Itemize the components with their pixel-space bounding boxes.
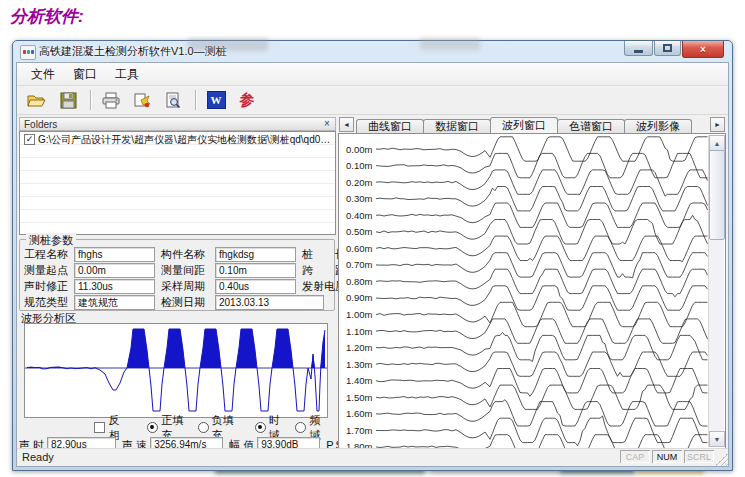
folders-list[interactable]: ✓G:\公司产品设计开发\超声仪器\超声仪实地检测数据\测桩qd\qd03\qd… [19, 131, 336, 235]
domain-radio-icon[interactable] [255, 422, 266, 433]
close-button[interactable]: × [682, 41, 724, 58]
save-floppy-icon [60, 92, 77, 109]
depth-label: 0.10m [346, 160, 372, 171]
left-pane: Folders × ✓G:\公司产品设计开发\超声仪器\超声仪实地检测数据\测桩… [19, 117, 336, 449]
scroll-up-icon[interactable]: ▲ [709, 135, 725, 151]
pile-params-grid: 工程名称fhghs构件名称fhgkdsg桩 长0.00m测量起点0.00m测量间… [24, 246, 332, 310]
wave-trace [376, 170, 708, 196]
save-button[interactable] [54, 87, 82, 113]
pile-params-row: 声时修正11.30us采样周期0.40us发射电压500V [24, 278, 332, 294]
open-file-button[interactable] [23, 87, 51, 113]
wave-trace [376, 385, 708, 409]
tab-曲线窗口[interactable]: 曲线窗口 [356, 119, 424, 133]
param-label: 测量间距 [161, 263, 215, 278]
fill-radio-icon[interactable] [147, 422, 158, 433]
param-value-field[interactable]: 2013.03.13 [215, 295, 324, 310]
folders-close-icon[interactable]: × [321, 118, 333, 130]
maximize-button[interactable] [654, 41, 681, 56]
depth-label: 0.90m [346, 292, 372, 303]
toolbar-separator [90, 90, 92, 110]
wave-train-area[interactable]: 0.00m0.10m0.20m0.30m0.40m0.50m0.60m0.70m… [338, 133, 726, 449]
param-value-field[interactable]: fhghs [74, 247, 155, 262]
param-value-field[interactable]: fhgkdsg [215, 247, 296, 262]
tab-波列窗口[interactable]: 波列窗口 [490, 117, 558, 133]
param-label: 规范类型 [24, 295, 74, 310]
pile-params-group: 测桩参数 工程名称fhghs构件名称fhgkdsg桩 长0.00m测量起点0.0… [19, 239, 335, 311]
minimize-icon [634, 50, 643, 53]
depth-label: 0.00m [346, 144, 372, 155]
app-icon [20, 45, 36, 60]
param-value-field[interactable]: 0.40us [215, 279, 296, 294]
reference-icon: 参 [240, 91, 255, 110]
tab-strip: ◄ 曲线窗口数据窗口波列窗口色谱窗口波列影像► [338, 117, 726, 133]
param-label: 工程名称 [24, 247, 74, 262]
toolbar: W 参 [17, 86, 728, 115]
tab-scroll-left-icon[interactable]: ◄ [339, 117, 354, 132]
depth-label: 0.50m [346, 226, 372, 237]
folder-list-item[interactable]: ✓G:\公司产品设计开发\超声仪器\超声仪实地检测数据\测桩qd\qd03\qd… [20, 132, 335, 146]
depth-label: 1.00m [346, 309, 372, 320]
wave-trace [376, 269, 708, 297]
depth-label: 0.80m [346, 276, 372, 287]
wave-trace [376, 286, 708, 310]
word-export-button[interactable]: W [202, 87, 230, 113]
positive-fill [27, 329, 325, 368]
depth-label: 1.70m [346, 425, 372, 436]
param-label: 声时修正 [24, 279, 74, 294]
depth-label: 1.30m [346, 359, 372, 370]
resize-grip[interactable] [715, 453, 728, 466]
param-value-field[interactable]: 0.10m [215, 263, 296, 278]
menu-item-窗口[interactable]: 窗口 [65, 64, 105, 85]
depth-label: 1.40m [346, 375, 372, 386]
tab-数据窗口[interactable]: 数据窗口 [423, 119, 491, 133]
param-value-field[interactable]: 11.30us [74, 279, 155, 294]
wave-trace [376, 153, 708, 177]
pile-params-row: 工程名称fhghs构件名称fhgkdsg桩 长0.00m [24, 246, 332, 262]
param-value-field[interactable]: 建筑规范 [74, 295, 155, 310]
maximize-icon [663, 44, 672, 52]
workspace: Folders × ✓G:\公司产品设计开发\超声仪器\超声仪实地检测数据\测桩… [17, 115, 728, 449]
depth-label: 1.60m [346, 408, 372, 419]
depth-label: 0.30m [346, 193, 372, 204]
wave-trace [376, 369, 708, 397]
menu-item-工具[interactable]: 工具 [107, 64, 147, 85]
scroll-down-icon[interactable]: ▼ [709, 431, 725, 447]
invert-checkbox[interactable] [94, 422, 105, 433]
folder-checkbox[interactable]: ✓ [24, 134, 35, 145]
wave-train-svg: 0.00m0.10m0.20m0.30m0.40m0.50m0.60m0.70m… [340, 135, 711, 452]
pile-params-row: 规范类型建筑规范检测日期2013.03.13 [24, 294, 332, 310]
menu-item-文件[interactable]: 文件 [23, 64, 63, 85]
param-label: 构件名称 [161, 247, 215, 262]
toolbar-separator [195, 90, 197, 110]
pile-params-row: 测量起点0.00m测量间距0.10m跨 距270mm [24, 262, 332, 278]
title-bar[interactable]: 高铁建混凝土检测分析软件V1.0—测桩 × [13, 41, 732, 62]
reference-button[interactable]: 参 [233, 87, 261, 113]
wave-trace [376, 203, 708, 227]
param-value-field[interactable]: 0.00m [74, 263, 155, 278]
print-export-button[interactable] [128, 87, 156, 113]
waveform-analysis-plot [24, 323, 328, 418]
wave-trace [376, 215, 708, 244]
domain-radio-icon[interactable] [295, 422, 306, 433]
page-title: 分析软件: [10, 5, 84, 28]
wave-vertical-scrollbar[interactable]: ▲ ▼ [708, 135, 724, 447]
status-text: Ready [22, 451, 54, 463]
print-preview-button[interactable] [159, 87, 187, 113]
tab-色谱窗口[interactable]: 色谱窗口 [557, 119, 625, 133]
depth-label: 1.20m [346, 342, 372, 353]
analysis-wave-svg [25, 324, 327, 415]
minimize-button[interactable] [624, 41, 653, 56]
client-area: 文件窗口工具 [16, 62, 729, 467]
tab-scroll-right-icon[interactable]: ► [710, 117, 725, 132]
scrollbar-thumb[interactable] [709, 150, 725, 240]
wave-trace [376, 352, 708, 376]
depth-label: 1.10m [346, 326, 372, 337]
param-label: 采样周期 [161, 279, 215, 294]
print-button[interactable] [97, 87, 125, 113]
fill-radio-icon[interactable] [198, 422, 209, 433]
folders-panel-header[interactable]: Folders × [19, 117, 336, 131]
printer-icon [101, 92, 121, 109]
tab-波列影像[interactable]: 波列影像 [624, 119, 692, 133]
wave-trace [376, 302, 708, 326]
close-icon: × [700, 44, 706, 55]
